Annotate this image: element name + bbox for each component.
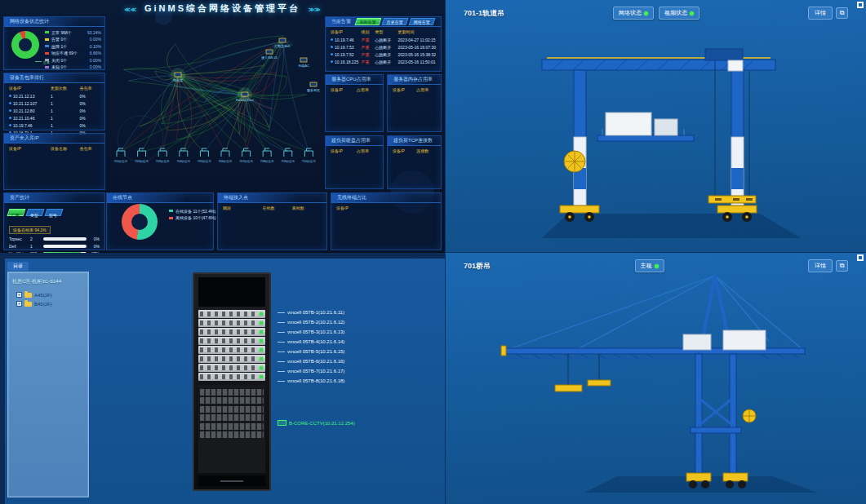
device-node-label: 汇聚交换机 [274, 44, 291, 48]
cabinet-tree-item[interactable]: +A45(2F) [8, 290, 88, 299]
server-ports [200, 329, 258, 334]
legend-item: 未知 0个0.00% [45, 64, 101, 69]
legend-marker-icon [169, 217, 173, 219]
crane-node-label: 704轨道吊 [176, 160, 190, 163]
alarm-ip: 10.19.7.53 [331, 45, 361, 50]
directory-tab[interactable]: 目录 [7, 262, 29, 271]
expand-view-icon[interactable]: ⧉ [836, 7, 848, 19]
device-node-label: 接入SW-01 [261, 55, 278, 60]
legend-item: 告警 0个0.00% [45, 37, 101, 42]
online-dot-icon [644, 11, 648, 15]
rack-server-unit[interactable] [198, 328, 265, 336]
server-ports [200, 347, 258, 352]
camera-status-chip[interactable]: 视频状态 [659, 7, 699, 20]
assets-tab-2[interactable]: 型号 [45, 209, 64, 216]
legend-item: 在线设备 11个(52.4%) [169, 209, 215, 214]
network-topology-map[interactable]: Router-Core防火墙汇聚交换机无线AC服务器区接入SW-01701轨道吊… [108, 16, 322, 189]
network-device-icon[interactable] [175, 73, 181, 77]
rack-server-unit[interactable] [198, 310, 265, 318]
col-header: 占用率 [416, 87, 429, 92]
rack-server-unit[interactable] [198, 355, 265, 363]
sts-crane-3d-model[interactable] [446, 253, 866, 504]
legend-item: 故障 1个0.10% [45, 44, 101, 49]
table-header: 设备IP 连接数 [388, 146, 441, 155]
network-device-icon[interactable] [242, 92, 248, 96]
panel-title-bar: 当前告警 实时告警历史告警网络告警 [326, 17, 441, 27]
col-header: 在线数 [262, 206, 291, 210]
cabinet-tree-item[interactable]: +B45(2F) [8, 299, 88, 308]
cell: 10.21.12.80 [9, 108, 51, 113]
rack-server-unit[interactable] [198, 319, 265, 327]
alarm-tab-1[interactable]: 历史告警 [382, 18, 409, 25]
panel-title: 终端接入点 [218, 193, 326, 203]
rack-server-units [198, 309, 265, 382]
alarm-tab-2[interactable]: 网络告警 [409, 18, 436, 25]
camera-status-chip[interactable]: 网络状态 [613, 7, 654, 20]
legend-item: 响应不通 69个6.66% [45, 51, 101, 55]
expander-icon[interactable]: + [16, 301, 22, 307]
server-label: vmcell 057B-6(10.21.6.16) [278, 356, 344, 366]
vendor-count: 2 [30, 237, 43, 241]
alarm-type: 心跳断开 [375, 45, 397, 50]
packet-loss-row: 10.21.12.10710% [4, 99, 104, 107]
server-label: vmcell 057B-5(10.21.6.15) [278, 347, 344, 356]
col-header: 类型 [375, 29, 397, 34]
network-device-icon[interactable] [310, 82, 317, 86]
assets-tab-1[interactable]: 类型 [26, 209, 45, 216]
panel-title: 超负荷TCP连接数 [388, 136, 441, 146]
crane-node-icon[interactable] [158, 148, 167, 157]
network-device-icon[interactable] [266, 50, 273, 54]
detail-button[interactable]: 详情 [808, 259, 833, 272]
cell: 1 [51, 94, 80, 99]
rtg-crane-3d-model[interactable] [446, 0, 866, 252]
alarm-level: 严重 [361, 60, 375, 64]
network-device-icon[interactable] [300, 58, 307, 62]
panel-title: 超负荷硬盘占用率 [326, 136, 383, 146]
detail-button[interactable]: 详情 [808, 7, 833, 20]
rack-server-unit[interactable] [198, 364, 265, 372]
fullscreen-icon[interactable] [857, 254, 864, 261]
cabinet-tree: +A45(2F)+B45(2F) [8, 290, 88, 308]
rack-server-unit[interactable] [198, 337, 265, 345]
crane-node-label: 706轨道吊 [219, 160, 233, 163]
disk-usage-panel: 超负荷硬盘占用率 设备IP 占用率 [325, 135, 384, 189]
vendor-name: Topsec [9, 237, 30, 241]
camera-status-chip[interactable]: 主视 [635, 259, 664, 272]
alarm-tabs: 实时告警历史告警网络告警 [356, 18, 437, 25]
col-header: 丢包率 [80, 86, 100, 91]
cell: 10.21.10.46 [9, 116, 51, 121]
crane-node-icon[interactable] [200, 148, 208, 157]
crane-node-icon[interactable] [304, 148, 313, 157]
crane-node-icon[interactable] [221, 148, 229, 157]
col-header: 设备名称 [51, 146, 80, 151]
device-dot-icon [9, 117, 11, 119]
server-ports [200, 365, 258, 370]
cell: 0% [80, 108, 100, 113]
rack-server-unit[interactable] [198, 346, 265, 354]
rack-server-unit[interactable] [198, 373, 265, 381]
table-header: 设备IP 级别 类型 更新时间 [326, 27, 441, 36]
status-led-icon [260, 357, 263, 360]
assets-tab-0[interactable]: 厂商 [7, 209, 26, 216]
rack-patch-panel [198, 385, 265, 473]
panel-title: 资产未入库IP [4, 134, 104, 144]
quadrant-top-bar [0, 253, 445, 259]
network-device-icon[interactable] [279, 38, 286, 42]
patch-ports-row [200, 389, 264, 396]
alarm-tab-0[interactable]: 实时告警 [355, 18, 382, 25]
expander-icon[interactable]: + [16, 292, 22, 298]
cell: 10.21.12.13 [9, 94, 51, 99]
online-nodes-donut-chart [122, 204, 158, 240]
expand-view-icon[interactable]: ⧉ [836, 260, 848, 272]
device-dot-icon [331, 38, 333, 41]
device-dot-icon [331, 46, 333, 48]
col-header: 丢包率 [80, 146, 100, 151]
rack-view-quadrant: 目录 机房C区-机柜3C-S144 +A45(2F)+B45(2F) vmcel… [0, 253, 445, 504]
fullscreen-icon[interactable] [857, 2, 864, 8]
crane-node-icon[interactable] [180, 148, 188, 157]
assets-tabs: 厂商类型型号 [4, 203, 104, 220]
crane-node-icon[interactable] [263, 148, 271, 157]
crane-node-icon[interactable] [138, 148, 146, 157]
crane-view-label: 701桥吊 [464, 261, 491, 272]
server-rack[interactable] [193, 272, 271, 491]
